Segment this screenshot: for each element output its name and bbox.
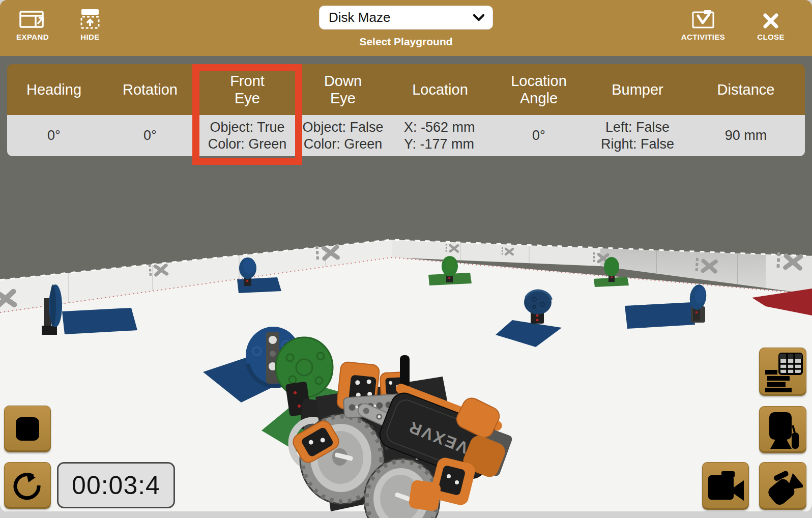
- stop-button[interactable]: [4, 406, 51, 452]
- expand-icon: [19, 7, 46, 30]
- column-header-front-eye: FrontEye: [199, 64, 295, 115]
- close-icon: [762, 7, 779, 30]
- camera-button[interactable]: [702, 462, 749, 510]
- stop-icon: [14, 416, 41, 442]
- hide-button[interactable]: HIDE: [74, 7, 106, 41]
- column-header-location-angle: LocationAngle: [489, 64, 588, 115]
- column-header-down-eye: DownEye: [295, 64, 391, 115]
- activities-label: ACTIVITIES: [681, 33, 726, 41]
- value-heading: 0°: [7, 115, 101, 156]
- camera-icon: [706, 468, 745, 504]
- robot-view-button[interactable]: [759, 406, 806, 453]
- value-front-eye: Object: TrueColor: Green: [199, 115, 295, 156]
- column-header-bumper: Bumper: [588, 64, 687, 115]
- value-distance: 90 mm: [687, 115, 805, 156]
- dashboard-button[interactable]: [759, 348, 806, 396]
- column-header-heading: Heading: [7, 64, 101, 115]
- value-location: X: -562 mmY: -177 mm: [391, 115, 489, 156]
- expand-label: EXPAND: [16, 33, 49, 41]
- column-header-location: Location: [391, 64, 489, 115]
- expand-button[interactable]: EXPAND: [12, 7, 53, 41]
- activities-button[interactable]: ACTIVITIES: [674, 7, 733, 41]
- mat-blue: [625, 302, 695, 329]
- column-header-rotation: Rotation: [101, 64, 199, 115]
- close-label: CLOSE: [757, 33, 785, 41]
- value-rotation: 0°: [101, 115, 199, 156]
- playground-selector-group: Disk Maze Select Playground: [314, 0, 498, 48]
- mat-blue: [62, 308, 137, 334]
- activities-icon: [691, 7, 715, 30]
- chevron-down-icon: [473, 14, 484, 21]
- hide-label: HIDE: [80, 33, 99, 41]
- toolbar: EXPAND HIDE Disk Maze Select Playground: [0, 0, 812, 56]
- timer-value: 00:03:4: [72, 471, 160, 500]
- hide-icon: [79, 7, 101, 30]
- value-down-eye: Object: FalseColor: Green: [295, 115, 391, 156]
- reset-icon: [12, 470, 43, 501]
- camera-tilt-button[interactable]: [759, 462, 806, 510]
- reset-button[interactable]: [4, 462, 51, 509]
- sensor-dashboard-table: Heading Rotation FrontEye DownEye Locati…: [7, 64, 805, 156]
- playground-select[interactable]: Disk Maze: [319, 6, 493, 30]
- column-header-distance: Distance: [687, 64, 805, 115]
- value-bumper: Left: FalseRight: False: [588, 115, 687, 156]
- camera-tilt-icon: [763, 466, 803, 506]
- robot-view-icon: [763, 410, 803, 450]
- playground-label: Select Playground: [314, 36, 498, 48]
- timer-display: 00:03:4: [57, 462, 175, 508]
- value-location-angle: 0°: [489, 115, 588, 156]
- close-button[interactable]: CLOSE: [753, 7, 789, 41]
- playground-selected-value: Disk Maze: [329, 10, 390, 25]
- dashboard-icon: [763, 352, 803, 392]
